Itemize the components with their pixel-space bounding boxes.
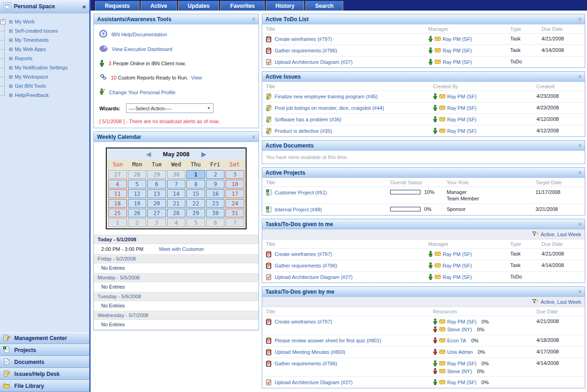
table-row[interactable]: Post job listings on monster, dice, crai…: [262, 102, 585, 114]
sidebar-tree-item[interactable]: My Web Apps: [0, 45, 89, 54]
table-row[interactable]: Create wireframes (#797) Ray PM (SF) Tas…: [262, 33, 585, 45]
email-icon[interactable]: [439, 349, 445, 355]
calendar-day[interactable]: 3: [225, 170, 244, 179]
tab[interactable]: History: [266, 1, 304, 11]
person-link[interactable]: Ray PM (SF): [447, 319, 477, 324]
calendar-day[interactable]: 18: [108, 199, 127, 208]
calendar-day[interactable]: 2: [206, 170, 225, 179]
filter-link[interactable]: Active, Last Week: [541, 299, 581, 305]
calendar-day[interactable]: 12: [128, 189, 147, 198]
item-link[interactable]: Software has a problem (#36): [275, 117, 341, 122]
sidebar-tree-item[interactable]: Help/Feedback: [0, 91, 89, 100]
sidebar-section-button[interactable]: Documents: [0, 356, 89, 368]
table-row[interactable]: Finalize new employee training program (…: [262, 91, 585, 102]
close-icon[interactable]: ×: [252, 16, 255, 22]
close-icon[interactable]: ×: [578, 289, 581, 295]
item-link[interactable]: Create wireframes (#797): [275, 251, 332, 257]
wizards-select[interactable]: ----Select Action---- ▼: [126, 103, 213, 113]
item-link[interactable]: Post job listings on monster, dice, crai…: [275, 105, 384, 111]
calendar-day[interactable]: 6: [206, 218, 225, 227]
sidebar-section-button[interactable]: Management Center: [0, 332, 89, 344]
table-row[interactable]: Software has a problem (#36) Ray PM (SF)…: [262, 114, 585, 125]
person-link[interactable]: Ray PM (SF): [447, 117, 477, 122]
calendar-day[interactable]: 8: [186, 180, 205, 188]
email-icon[interactable]: [439, 338, 445, 343]
sidebar-section-button[interactable]: Projects: [0, 344, 89, 356]
calendar-day[interactable]: 24: [225, 199, 244, 208]
view-reports-link[interactable]: View: [191, 75, 202, 80]
calendar-day[interactable]: 13: [147, 189, 166, 198]
tab[interactable]: Favorites: [220, 1, 264, 11]
item-link[interactable]: Finalize new employee training program (…: [275, 94, 378, 99]
person-link[interactable]: Ray PM (SF): [443, 48, 472, 53]
table-row[interactable]: Upload Architecture Diagram (#27) Ray PM…: [262, 376, 585, 388]
calendar-day[interactable]: 5: [186, 218, 205, 227]
person-link[interactable]: Ray PM (SF): [443, 59, 472, 65]
table-row[interactable]: Upload Architecture Diagram (#27) Ray PM…: [262, 271, 585, 283]
calendar-day[interactable]: 27: [147, 209, 166, 217]
calendar-day[interactable]: 14: [167, 189, 186, 198]
email-icon[interactable]: [435, 48, 441, 53]
calendar-day[interactable]: 23: [206, 199, 225, 208]
calendar-day[interactable]: 20: [147, 199, 166, 208]
item-link[interactable]: Upload Architecture Diagram (#27): [275, 380, 352, 385]
email-icon[interactable]: [439, 327, 445, 332]
calendar-day[interactable]: 3: [147, 218, 166, 227]
calendar-day[interactable]: 9: [206, 180, 225, 188]
item-link[interactable]: Upload Meeting Minutes (#800): [275, 349, 345, 355]
calendar-day[interactable]: 22: [186, 199, 205, 208]
calendar-day[interactable]: 7: [167, 180, 186, 188]
person-link[interactable]: Steve (NY): [447, 327, 472, 332]
sidebar-tree-item[interactable]: My Timesheets: [0, 35, 89, 45]
close-icon[interactable]: ×: [578, 74, 581, 80]
calendar-day[interactable]: 17: [225, 189, 244, 198]
item-link[interactable]: Upload Architecture Diagram (#27): [275, 59, 352, 65]
sidebar-tree-item[interactable]: Get IBN Tools: [0, 81, 89, 91]
email-icon[interactable]: [435, 274, 441, 280]
calendar-day[interactable]: 4: [108, 180, 127, 188]
calendar-day[interactable]: 30: [167, 170, 186, 179]
person-link[interactable]: Ray PM (SF): [443, 36, 472, 42]
expand-icon[interactable]: +: [0, 19, 6, 24]
calendar-day[interactable]: 10: [225, 180, 244, 188]
item-link[interactable]: Please review answer sheet for first qui…: [275, 338, 381, 343]
email-icon[interactable]: [435, 36, 441, 42]
email-icon[interactable]: [435, 59, 441, 65]
calendar-day[interactable]: 16: [206, 189, 225, 198]
calendar-day[interactable]: 29: [147, 170, 166, 179]
item-link[interactable]: Internal Project (#48): [275, 207, 322, 212]
calendar-day[interactable]: 11: [108, 189, 127, 198]
email-icon[interactable]: [439, 319, 445, 324]
email-icon[interactable]: [435, 263, 441, 268]
table-row[interactable]: Gather requirements (#796) Ray PM (SF) T…: [262, 45, 585, 56]
sidebar-section-button[interactable]: Issues/Help Desk: [0, 368, 89, 380]
item-link[interactable]: Gather requirements (#796): [275, 48, 337, 53]
dashboard-link[interactable]: View Executive Dashboard: [112, 46, 172, 52]
help-link[interactable]: IBN Help/Documentation: [111, 32, 167, 37]
person-link[interactable]: Ray PM (SF): [443, 263, 472, 268]
item-link[interactable]: Customer Project (#51): [275, 190, 327, 195]
calendar-day[interactable]: 1: [108, 218, 127, 227]
item-link[interactable]: Create wireframes (#797): [275, 36, 332, 42]
email-icon[interactable]: [439, 105, 445, 111]
table-row[interactable]: Upload Meeting Minutes (#800) Univ Admin…: [262, 346, 585, 358]
person-link[interactable]: Ray PM (SF): [447, 380, 477, 385]
close-icon[interactable]: ×: [578, 221, 581, 227]
item-link[interactable]: Gather requirements (#796): [275, 361, 337, 366]
calendar-day[interactable]: 4: [167, 218, 186, 227]
calendar-day[interactable]: 26: [128, 209, 147, 217]
calendar-day[interactable]: 15: [186, 189, 205, 198]
tab[interactable]: Search: [305, 1, 343, 11]
sidebar-tree-item[interactable]: My Workspace: [0, 72, 89, 81]
item-link[interactable]: Create wireframes (#797): [275, 319, 332, 324]
tab[interactable]: Active: [141, 1, 177, 11]
item-link[interactable]: Product is defective (#35): [275, 128, 332, 134]
tab[interactable]: Updates: [178, 1, 219, 11]
calendar-day[interactable]: 5: [128, 180, 147, 188]
next-month-button[interactable]: ▶: [201, 151, 206, 158]
calendar-day[interactable]: 31: [225, 209, 244, 217]
tab[interactable]: Requests: [95, 1, 139, 11]
calendar-day[interactable]: 1: [186, 170, 205, 179]
email-icon[interactable]: [435, 251, 441, 257]
person-link[interactable]: Econ TA: [447, 338, 466, 343]
